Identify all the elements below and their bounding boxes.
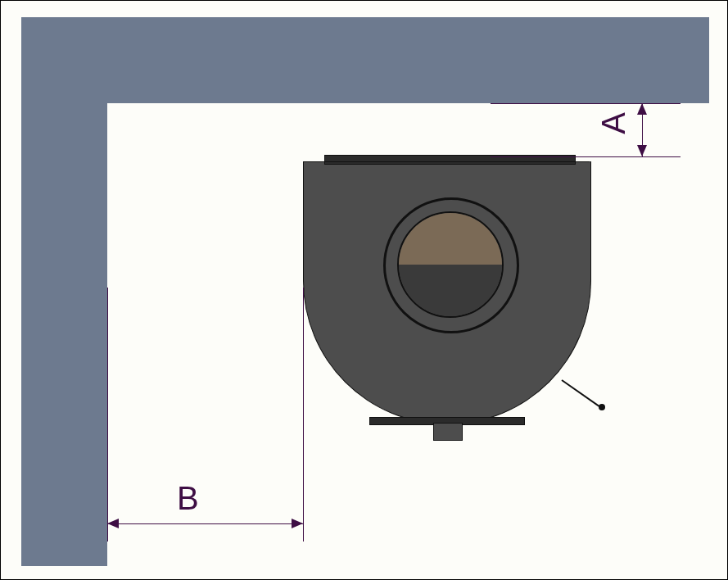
door-handle-knob bbox=[599, 404, 605, 410]
dim-a-extension-bottom bbox=[491, 156, 681, 157]
dim-b-extension-left bbox=[107, 288, 108, 541]
dim-a-arrow-top-icon bbox=[637, 103, 647, 115]
clearance-diagram: A B bbox=[0, 0, 728, 580]
dim-a-extension-top bbox=[491, 103, 681, 104]
wall-back bbox=[21, 17, 709, 103]
dim-b-arrow-left-icon bbox=[107, 519, 119, 528]
dim-b-arrow-right-icon bbox=[292, 519, 303, 528]
stove-flat-edge bbox=[303, 161, 590, 162]
dim-b-line bbox=[107, 523, 303, 524]
dim-a-label: A bbox=[595, 112, 632, 134]
dim-b-extension-right bbox=[303, 288, 304, 541]
door-handle-arm bbox=[561, 379, 602, 409]
dim-a-arrow-bottom-icon bbox=[637, 145, 647, 156]
dim-b-label: B bbox=[177, 480, 199, 517]
stove-air-inlet bbox=[433, 423, 463, 441]
flue-collar-inner bbox=[397, 211, 504, 318]
wall-side bbox=[21, 17, 107, 566]
